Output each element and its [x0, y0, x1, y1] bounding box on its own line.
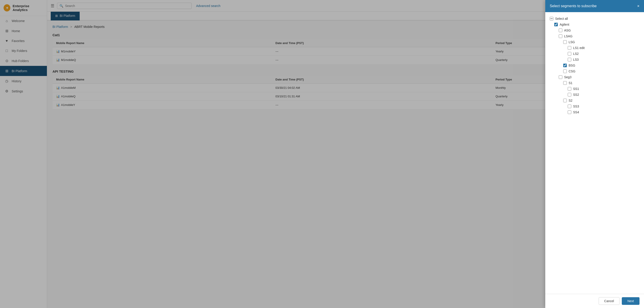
checkbox-bsg[interactable]: [563, 64, 567, 67]
tree-item-asg: ASG: [559, 28, 640, 33]
checkbox-ss2[interactable]: [568, 93, 571, 96]
label-ls2: LS2: [573, 52, 579, 56]
tree-item-lsg: LSG: [563, 39, 640, 45]
tree-item-ls2: LS2: [568, 51, 640, 57]
tree-item-ss4: SS4: [568, 109, 640, 115]
checkbox-ls1-edit[interactable]: [568, 46, 571, 50]
tree-item-ss3: SS3: [568, 103, 640, 109]
next-button[interactable]: Next: [622, 297, 640, 305]
segment-tree: Select allAgilentASGLSAGLSGLS1 editLS2LS…: [550, 16, 640, 115]
panel-header: Select segments to subscribe ×: [545, 0, 644, 12]
tree-item-ls3: LS3: [568, 57, 640, 63]
label-ss2: SS2: [573, 93, 579, 96]
label-ss1: SS1: [573, 87, 579, 91]
checkbox-agilent[interactable]: [554, 23, 558, 26]
tree-item-ss2: SS2: [568, 92, 640, 98]
checkbox-ss3[interactable]: [568, 104, 571, 108]
checkbox-ss4[interactable]: [568, 110, 571, 114]
tree-item-select-all: Select all: [550, 16, 640, 22]
tree-item-ls1-edit: LS1 edit: [568, 45, 640, 51]
panel-close-button[interactable]: ×: [637, 4, 640, 8]
tree-item-bsg: BSG: [563, 63, 640, 68]
checkbox-asg[interactable]: [559, 29, 562, 32]
tree-item-s1: S1: [563, 80, 640, 86]
label-seg3: Seg3: [564, 75, 572, 79]
cancel-button[interactable]: Cancel: [599, 297, 620, 305]
label-ss4: SS4: [573, 110, 579, 114]
label-select-all: Select all: [555, 17, 568, 21]
checkbox-s2[interactable]: [563, 99, 567, 102]
label-agilent: Agilent: [560, 23, 569, 26]
label-s2: S2: [568, 99, 572, 102]
panel-body: Select allAgilentASGLSAGLSGLS1 editLS2LS…: [545, 12, 644, 294]
checkbox-ss1[interactable]: [568, 87, 571, 91]
label-ls1-edit: LS1 edit: [573, 46, 584, 50]
label-lsag: LSAG: [564, 34, 572, 38]
checkbox-select-all[interactable]: [550, 17, 553, 21]
checkbox-s1[interactable]: [563, 81, 567, 85]
checkbox-seg3[interactable]: [559, 75, 562, 79]
label-csg: CSG: [568, 69, 575, 73]
label-bsg: BSG: [568, 64, 575, 67]
checkbox-ls2[interactable]: [568, 52, 571, 56]
label-ss3: SS3: [573, 104, 579, 108]
tree-item-seg3: Seg3: [559, 74, 640, 80]
tree-item-s2: S2: [563, 98, 640, 103]
tree-item-lsag: LSAG: [559, 33, 640, 39]
tree-item-ss1: SS1: [568, 86, 640, 92]
checkbox-lsg[interactable]: [563, 40, 567, 44]
label-ls3: LS3: [573, 58, 579, 61]
checkbox-csg[interactable]: [563, 69, 567, 73]
panel-title: Select segments to subscribe: [550, 4, 597, 8]
checkbox-lsag[interactable]: [559, 34, 562, 38]
label-lsg: LSG: [568, 40, 575, 44]
label-asg: ASG: [564, 29, 571, 32]
subscribe-panel: Select segments to subscribe × Select al…: [545, 0, 644, 308]
tree-item-agilent: Agilent: [554, 22, 640, 28]
panel-footer: Cancel Next: [545, 294, 644, 308]
checkbox-ls3[interactable]: [568, 58, 571, 61]
label-s1: S1: [568, 81, 572, 85]
tree-item-csg: CSG: [563, 68, 640, 74]
